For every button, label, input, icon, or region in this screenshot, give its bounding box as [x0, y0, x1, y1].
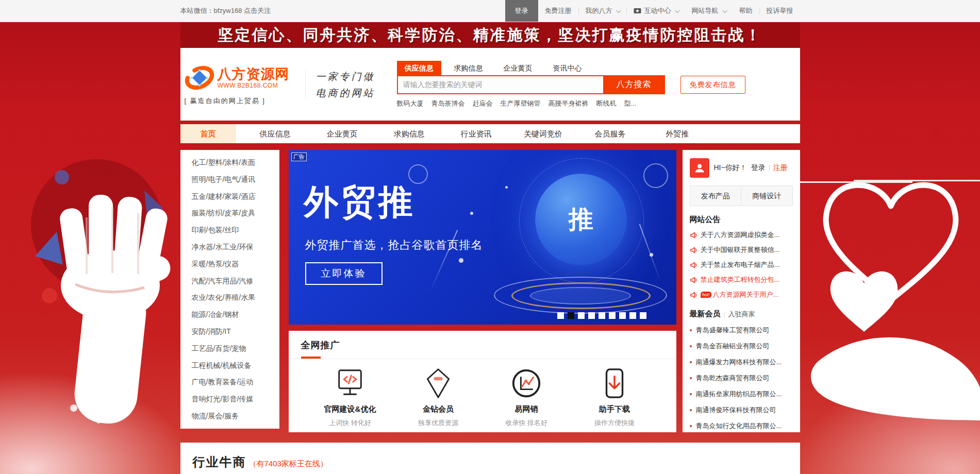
fist-artwork: [25, 130, 179, 424]
search-input[interactable]: [397, 75, 603, 94]
member-item[interactable]: 南通拓垒家用纺织品有限公...: [690, 390, 793, 399]
publish-product-button[interactable]: 发布产品: [690, 186, 742, 206]
members-subtitle[interactable]: 入驻商家: [728, 310, 755, 319]
carousel-dot[interactable]: [568, 312, 574, 319]
member-item[interactable]: 南通博俊环保科技有限公司: [690, 405, 793, 415]
search-tab[interactable]: 资讯中心: [545, 61, 590, 75]
category-item[interactable]: 物流/展会/服务: [180, 408, 279, 425]
announcement-item[interactable]: hot! 八方资源网关于用户...: [690, 290, 793, 299]
report-link[interactable]: 投诉举报: [760, 0, 800, 22]
category-item[interactable]: 工程机械/机械设备: [180, 357, 279, 374]
category-sidebar: 化工/塑料/涂料/表面照明/电子/电气/通讯五金/建材/家装/酒店服装/纺织/皮…: [180, 150, 279, 429]
category-item[interactable]: 化工/塑料/涂料/表面: [180, 154, 279, 171]
hot-keyword-link[interactable]: 赶庙会: [473, 99, 493, 108]
promo-item-gold-member[interactable]: 金钻会员 独享优质资源: [400, 367, 477, 428]
nav-item[interactable]: 外贸推: [650, 124, 705, 143]
announcement-item[interactable]: hot! 关于八方资源网虚拟类金...: [690, 230, 793, 240]
site-logo[interactable]: 八方资源网 WWW.B2B168.COM [ 赢造自由的网上贸易 ]: [185, 63, 298, 106]
my-bafang-menu[interactable]: 我的八方: [579, 0, 626, 22]
nav-item[interactable]: 关键词竞价: [516, 124, 571, 143]
ad-tag: 广告: [291, 153, 307, 161]
publish-info-button[interactable]: 免费发布信息: [680, 76, 745, 94]
promo-item-desc: 收录快 排名好: [488, 418, 565, 428]
category-item[interactable]: 采暖/热泵/仪器: [180, 256, 279, 273]
nav-item[interactable]: 行业资讯: [449, 124, 504, 143]
hot-keyword-link[interactable]: 生产厚壁钢管: [501, 99, 541, 108]
hot-keyword-link[interactable]: 青岛茶博会: [431, 99, 465, 108]
member-item[interactable]: 青岛盛馨臻工贸有限公司: [690, 326, 793, 335]
monitor-code-icon: [334, 367, 367, 399]
category-item[interactable]: 安防/消防/IT: [180, 323, 279, 340]
category-item[interactable]: 净水器/水工业/环保: [180, 239, 279, 256]
promo-item-title: 助手下载: [576, 404, 653, 414]
hot-keyword-link[interactable]: 型...: [624, 99, 637, 108]
banner-decoration: [650, 253, 653, 257]
nav-item[interactable]: 首页: [180, 124, 236, 143]
carousel-dot[interactable]: [640, 312, 646, 319]
site-url: WWW.B2B168.COM: [218, 82, 290, 89]
carousel-dot[interactable]: [619, 312, 626, 319]
announcement-item[interactable]: hot! 关于禁止发布电子烟产品...: [690, 260, 793, 269]
search-tab[interactable]: 供应信息: [397, 61, 441, 75]
category-item[interactable]: 能源/冶金/钢材: [180, 306, 279, 323]
nav-item[interactable]: 企业黄页: [314, 124, 370, 143]
category-item[interactable]: 五金/建材/家装/酒店: [180, 188, 279, 205]
shop-design-button[interactable]: 商铺设计: [741, 186, 792, 206]
hot-keywords: 数码大厦青岛茶博会赶庙会生产厚壁钢管高腰半身裙裤断线机型...: [397, 99, 745, 108]
carousel-dot[interactable]: [629, 312, 636, 319]
site-nav-menu[interactable]: 网站导航: [685, 0, 733, 22]
category-item[interactable]: 农业/农化/养殖/水果: [180, 289, 279, 306]
register-link[interactable]: 免费注册: [538, 0, 578, 22]
member-item[interactable]: 青岛金百融铝业有限公司: [690, 342, 793, 351]
login-link[interactable]: 登录: [751, 163, 766, 173]
nav-item[interactable]: 会员服务: [583, 124, 638, 143]
speaker-icon: [690, 246, 697, 254]
member-item[interactable]: 青岛乾杰森商贸有限公司: [690, 374, 793, 383]
category-item[interactable]: 广电/教育装备/运动: [180, 374, 279, 391]
hot-keyword-link[interactable]: 数码大厦: [397, 99, 424, 108]
nav-item[interactable]: 求购信息: [381, 124, 437, 143]
search-tab[interactable]: 求购信息: [446, 61, 491, 75]
banner-subtitle: 外贸推广首选，抢占谷歌首页排名: [305, 238, 483, 253]
announcement-item[interactable]: hot! 关于中国银联开展整顿信...: [690, 245, 793, 255]
carousel-dot[interactable]: [578, 312, 585, 319]
chevron-down-icon: [722, 8, 727, 13]
category-item[interactable]: 印刷/包装/丝印: [180, 222, 279, 239]
search-button[interactable]: 八方搜索: [603, 75, 665, 94]
help-link[interactable]: 帮助: [733, 0, 759, 22]
promo-item-desc: 操作方便快捷: [576, 418, 653, 428]
banner-cta-button[interactable]: 立即体验: [305, 262, 383, 285]
category-item[interactable]: 照明/电子/电气/通讯: [180, 171, 279, 188]
carousel-dot[interactable]: [609, 312, 616, 319]
wechat-follow-text[interactable]: 本站微信：bfzyw168 点击关注: [180, 6, 505, 15]
speaker-icon: [690, 231, 697, 239]
download-icon: [598, 367, 631, 399]
site-announcements: 网站公告 hot! 关于八方资源网虚拟类金...: [690, 215, 793, 299]
chevron-down-icon: [674, 8, 679, 13]
login-button[interactable]: 登录: [505, 0, 538, 22]
greeting-text: HI~你好！: [714, 163, 747, 173]
promo-item-website[interactable]: 官网建设&优化 上词快 转化好: [311, 367, 389, 428]
hot-keyword-link[interactable]: 断线机: [596, 99, 617, 108]
campaign-slogan-text: 坚定信心、同舟共济、科学防治、精准施策，坚决打赢疫情防控阻击战！: [218, 25, 762, 46]
carousel-dot[interactable]: [599, 312, 605, 319]
category-item[interactable]: 汽配/汽车用品/汽修: [180, 273, 279, 290]
promo-item-assistant-download[interactable]: 助手下载 操作方便快捷: [576, 367, 653, 428]
hero-banner[interactable]: 广告 推 外贸推 外贸推广首选，抢占谷歌首页排名 立即体验: [289, 150, 676, 325]
search-tab[interactable]: 企业黄页: [496, 61, 540, 75]
hot-keyword-link[interactable]: 高腰半身裙裤: [549, 99, 589, 108]
industry-title: 行业牛商: [193, 454, 246, 470]
category-item[interactable]: 音响灯光/影音/传媒: [180, 391, 279, 408]
nav-item[interactable]: 供应信息: [247, 124, 303, 143]
category-item[interactable]: 工艺品/百货/宠物: [180, 340, 279, 357]
carousel-dot[interactable]: [557, 312, 564, 319]
interact-center-menu[interactable]: 互动中心: [627, 0, 685, 22]
member-item[interactable]: 青岛众知行文化用品有限公...: [690, 421, 793, 431]
promo-item-ewangxiao[interactable]: 易网销 收录快 排名好: [488, 367, 565, 428]
register-link-panel[interactable]: 注册: [773, 163, 788, 173]
category-item[interactable]: 服装/纺织/皮革/皮具: [180, 205, 279, 222]
member-item[interactable]: 南通爆发力网络科技有限公...: [690, 358, 793, 367]
interact-center-icon: [634, 8, 641, 14]
carousel-dot[interactable]: [588, 312, 595, 319]
announcement-item[interactable]: hot! 禁止建筑类工程转包分包...: [690, 275, 793, 284]
